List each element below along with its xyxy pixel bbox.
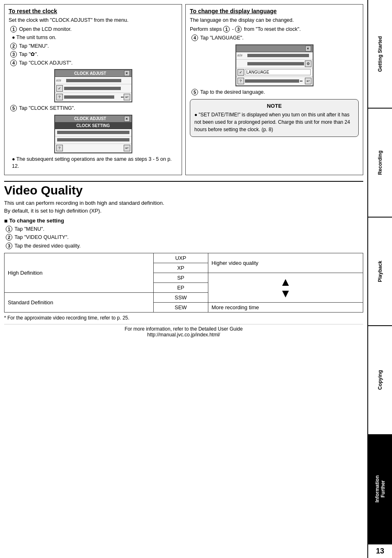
vq-step-1: 1 Tap "MENU". (6, 226, 363, 233)
vq-step-1-text: Tap "MENU". (14, 226, 44, 232)
lcd-help-icon-2[interactable]: ? (56, 145, 63, 151)
sidebar-tab-further-info-label: FurtherInformation (374, 475, 386, 502)
lcd-lang-check[interactable]: ✓ (238, 69, 244, 76)
vq-step-num-3: 3 (6, 243, 12, 249)
vq-table: High Definition UXP Higher video quality… (4, 253, 363, 313)
reset-clock-title: To reset the clock (9, 8, 178, 14)
lang-step-5: 5 Tap to the desired language. (191, 89, 359, 96)
lcd-lang-close[interactable]: × (305, 46, 311, 51)
footer-url: http://manual.jvc.co.jp/index.html/ (4, 332, 363, 338)
vq-xp-cell: XP (154, 263, 208, 273)
vq-desc-1: This unit can perform recording in both … (4, 199, 363, 215)
page-number-container: 13 (368, 544, 392, 558)
vq-step-num-2: 2 (6, 234, 12, 241)
step-num-5: 5 (10, 105, 17, 111)
lcd-clock-setting-label: CLOCK SETTING (76, 123, 110, 128)
lcd-icon-hash: #/# (56, 79, 65, 83)
lcd-row-5 (55, 137, 131, 144)
vq-uxp-cell: UXP (154, 253, 208, 263)
page-number: 13 (376, 547, 384, 555)
lcd-data-bar-3 (64, 95, 114, 99)
lcd-row-3: ? ▪▪ ↩ (55, 93, 131, 102)
lcd-clock-setting-row: CLOCK SETTING (55, 123, 131, 129)
lang-title: To change the display language (190, 8, 359, 14)
reset-step-4-text: Tap "CLOCK ADJUST". (19, 60, 72, 66)
sidebar-tab-copying-label: Copying (377, 370, 383, 390)
note-text: "SET DATE/TIME!" is displayed when you t… (194, 111, 354, 133)
sidebar-tab-copying[interactable]: Copying (368, 326, 392, 435)
page-wrapper: To reset the clock Set the clock with "C… (0, 0, 392, 558)
lcd-data-bar-5 (57, 138, 129, 141)
lcd-row-4 (55, 129, 131, 137)
lcd-title-text-1: CLOCK ADJUST (57, 71, 124, 76)
reset-step-4: 4 Tap "CLOCK ADJUST". (10, 60, 178, 67)
box-lang: To change the display language The langu… (185, 4, 363, 175)
lcd-close-btn-1[interactable]: × (124, 70, 130, 76)
main-content: To reset the clock Set the clock with "C… (0, 0, 367, 558)
lcd-lang-row-1: #/# (236, 52, 313, 60)
vq-step-3-text: Tap the desired video quality. (14, 243, 81, 249)
lcd-screen-1: CLOCK ADJUST × #/# ✓ ? (54, 69, 132, 102)
step-ref-3: 3 (235, 26, 242, 32)
lang-desc-2: Perform steps 1 - 3 from "To reset the c… (190, 26, 359, 33)
vq-arrow-cell: ▲▼ (208, 273, 363, 303)
video-quality-section: Video Quality This unit can perform reco… (4, 181, 363, 340)
sidebar-tab-recording-label: Recording (377, 150, 383, 175)
lcd-check-icon[interactable]: ✓ (56, 85, 63, 92)
lcd-row-6: ? ↩ (55, 144, 131, 153)
vq-footnote: * For the approximate video recording ti… (4, 315, 363, 321)
vq-step-num-1: 1 (6, 226, 12, 232)
reset-step-1: 1 Open the LCD monitor. (10, 26, 178, 33)
step-num-3: 3 (10, 51, 17, 58)
footer-text: For more information, refer to the Detai… (4, 326, 363, 332)
lcd-back-icon-2[interactable]: ↩ (124, 145, 130, 151)
vq-step-3: 3 Tap the desired video quality. (6, 243, 363, 250)
lcd-back-icon-1[interactable]: ↩ (124, 94, 130, 100)
sidebar-tab-getting-started[interactable]: Getting Started (368, 0, 392, 109)
reset-step-1-text: Open the LCD monitor. (19, 26, 71, 32)
lcd-close-btn-2[interactable]: × (124, 116, 130, 122)
sidebar: Getting Started Recording Playback Copyi… (367, 0, 392, 558)
vq-table-row-uxp: High Definition UXP Higher video quality (5, 253, 363, 263)
sidebar-tab-recording[interactable]: Recording (368, 109, 392, 217)
lcd-help-icon[interactable]: ? (56, 94, 63, 100)
lang-step-num-4: 4 (191, 35, 198, 41)
vq-more-recording-label: More recording time (208, 303, 363, 313)
lang-step-num-5: 5 (191, 89, 198, 95)
vq-arrow-icon: ▲▼ (212, 276, 360, 299)
lcd-lang-help[interactable]: ? (238, 78, 244, 84)
lang-step-4-text: Tap "LANGUAGE". (200, 35, 243, 41)
lcd-title-bar-2: CLOCK ADJUST × (55, 116, 131, 123)
vq-title: Video Quality (4, 183, 363, 197)
lcd-row-1: #/# (55, 77, 131, 84)
vq-steps: 1 Tap "MENU". 2 Tap "VIDEO QUALITY". 3 T… (4, 226, 363, 250)
lcd-lang-title-bar: × (236, 45, 313, 52)
reset-step-2-text: Tap "MENU". (19, 43, 49, 49)
lang-desc-1: The language on the display can be chang… (190, 17, 359, 24)
sidebar-tab-playback[interactable]: Playback (368, 218, 392, 326)
lcd-data-bar-1 (66, 79, 121, 82)
vq-ep-cell: EP (154, 283, 208, 293)
step-ref-1: 1 (223, 26, 230, 32)
sidebar-tab-further-info[interactable]: FurtherInformation (368, 435, 392, 544)
lang-step-5-text: Tap to the desired language. (200, 89, 265, 95)
lcd-lang-back[interactable]: ↩ (305, 78, 311, 84)
vq-sew-cell: SEW (154, 303, 208, 313)
lcd-gear-icon[interactable]: ⚙ (305, 60, 311, 67)
top-section: To reset the clock Set the clock with "C… (4, 4, 363, 175)
reset-step-3: 3 Tap "✿". (10, 51, 178, 58)
lcd-data-bar-2 (64, 87, 121, 90)
vq-hd-label: High Definition (5, 253, 154, 293)
note-box: NOTE "SET DATE/TIME!" is displayed when … (190, 99, 359, 137)
footer: For more information, refer to the Detai… (4, 324, 363, 339)
lcd-title-bar-1: CLOCK ADJUST × (55, 70, 131, 77)
reset-step-3-text: Tap "✿". (19, 51, 38, 57)
vq-sp-cell: SP (154, 273, 208, 283)
lcd-lang-row-2: ⚙ (236, 60, 313, 68)
vq-step-2-text: Tap "VIDEO QUALITY". (14, 234, 69, 240)
reset-bullet-2: The subsequent setting operations are th… (12, 156, 178, 170)
lcd-screen-2: CLOCK ADJUST × CLOCK SETTING ? (54, 115, 132, 153)
step-num-4: 4 (10, 60, 17, 66)
vq-ssw-cell: SSW (154, 293, 208, 303)
lcd-lang-screen: × #/# ⚙ ✓ LANGUAGE (235, 44, 314, 86)
